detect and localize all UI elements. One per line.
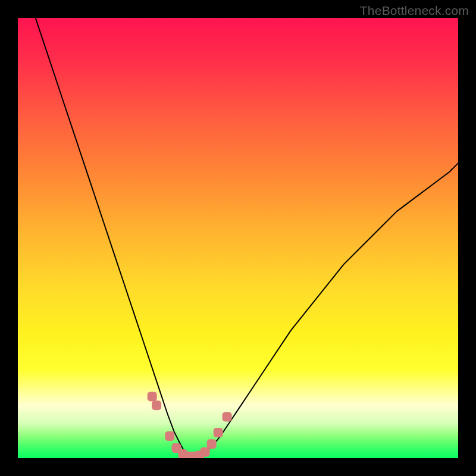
chart-frame: TheBottleneck.com <box>0 0 476 476</box>
series-curve <box>36 18 458 456</box>
plot-area <box>18 18 458 458</box>
watermark-text: TheBottleneck.com <box>360 4 469 18</box>
chart-svg <box>18 18 458 458</box>
marker-dot <box>223 412 232 421</box>
marker-dot <box>148 392 157 401</box>
marker-dot <box>207 439 217 449</box>
marker-dot <box>152 400 161 410</box>
marker-dot <box>165 431 174 441</box>
marker-dot <box>201 447 210 457</box>
marker-group <box>148 392 232 458</box>
marker-dot <box>214 428 223 437</box>
